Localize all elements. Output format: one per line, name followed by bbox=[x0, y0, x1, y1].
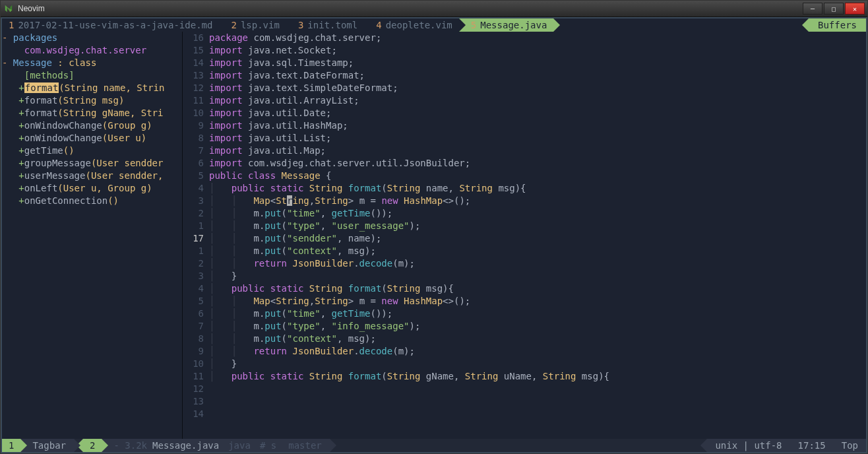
status-file: - 3.2k Message.java java # s master bbox=[102, 439, 329, 452]
tagbar-item[interactable]: +getTime() bbox=[2, 145, 182, 157]
tagbar-item[interactable]: - Message : class bbox=[2, 57, 182, 69]
tagbar-item[interactable]: +groupMessage(User sendder bbox=[2, 157, 182, 170]
window-titlebar[interactable]: Neovim ─ □ ✕ bbox=[1, 1, 867, 17]
editor-pane[interactable]: 1615141312111098765432117123456789101112… bbox=[183, 32, 866, 439]
tagbar-item[interactable]: - packages bbox=[2, 32, 182, 44]
tabline: 12017-02-11-use-vim-as-a-java-ide.md2lsp… bbox=[2, 18, 866, 32]
tab-Message.java[interactable]: 5Message.java bbox=[459, 18, 554, 32]
status-enc: unix | utf-8 bbox=[707, 439, 790, 452]
tagbar-item[interactable]: +format(String name, Strin bbox=[2, 82, 182, 94]
code-area[interactable]: package com.wsdjeg.chat.server;import ja… bbox=[209, 32, 866, 439]
tab-lsp.vim[interactable]: 2lsp.vim bbox=[219, 18, 286, 32]
tab-init.toml[interactable]: 3init.toml bbox=[286, 18, 364, 32]
status-left-label: Tagbar bbox=[20, 439, 74, 452]
statusline: 1 Tagbar 2 - 3.2k Message.java java # s … bbox=[2, 439, 866, 452]
tab-2017-02-11-use-vim-as-a-java-ide.md[interactable]: 12017-02-11-use-vim-as-a-java-ide.md bbox=[2, 18, 219, 32]
tagbar-item[interactable]: +onWindowChange(User u) bbox=[2, 132, 182, 145]
status-pos: Top bbox=[834, 439, 866, 452]
tagbar-pane[interactable]: - packages com.wsdjeg.chat.server- Messa… bbox=[2, 32, 183, 439]
tab-deoplete.vim[interactable]: 4deoplete.vim bbox=[364, 18, 459, 32]
tagbar-item[interactable]: +userMessage(User sendder, bbox=[2, 170, 182, 182]
minimize-button[interactable]: ─ bbox=[803, 3, 822, 15]
tagbar-item[interactable]: +onLeft(User u, Group g) bbox=[2, 182, 182, 195]
status-right-mode: 2 bbox=[83, 439, 102, 452]
tagbar-item[interactable]: com.wsdjeg.chat.server bbox=[2, 44, 182, 57]
tagbar-item[interactable]: +onGetConnection() bbox=[2, 195, 182, 207]
window-title: Neovim bbox=[18, 4, 801, 13]
tagbar-item[interactable]: +format(String gName, Stri bbox=[2, 107, 182, 119]
tagbar-item[interactable]: +format(String msg) bbox=[2, 94, 182, 107]
status-left-mode: 1 bbox=[2, 439, 20, 452]
buffers-button[interactable]: Buffers bbox=[809, 18, 866, 32]
tagbar-item[interactable]: [methods] bbox=[2, 69, 182, 82]
maximize-button[interactable]: □ bbox=[824, 3, 844, 15]
tagbar-item[interactable]: +onWindowChange(Group g) bbox=[2, 119, 182, 132]
close-button[interactable]: ✕ bbox=[845, 3, 865, 15]
line-number-gutter: 1615141312111098765432117123456789101112… bbox=[183, 32, 209, 439]
neovim-icon bbox=[3, 3, 14, 14]
